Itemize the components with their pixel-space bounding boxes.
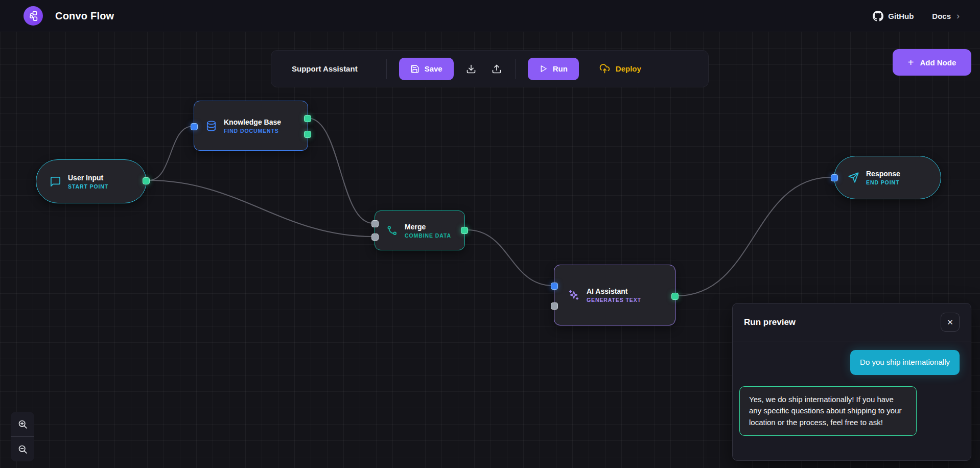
- input-handle-2[interactable]: [371, 233, 379, 241]
- output-handle[interactable]: [671, 293, 679, 300]
- play-icon: [539, 64, 548, 73]
- toolbar-divider: [386, 59, 387, 79]
- node-title: AI Assistant: [587, 287, 641, 295]
- node-title: User Input: [68, 174, 108, 182]
- bot-message-bubble: Yes, we do ship internationally! If you …: [739, 386, 917, 436]
- input-handle[interactable]: [191, 123, 198, 130]
- node-user-input[interactable]: User Input START POINT: [36, 159, 147, 203]
- output-handle-2[interactable]: [304, 131, 311, 138]
- add-node-button[interactable]: + Add Node: [893, 49, 971, 76]
- zoom-in-button[interactable]: [11, 412, 34, 436]
- close-button[interactable]: ✕: [941, 313, 960, 332]
- flow-toolbar: Support Assistant Save: [271, 50, 709, 87]
- node-knowledge-base[interactable]: Knowledge Base FIND DOCUMENTS: [194, 101, 308, 151]
- zoom-out-button[interactable]: [11, 437, 34, 461]
- node-response[interactable]: Response END POINT: [834, 156, 941, 199]
- run-label: Run: [553, 64, 568, 73]
- github-label: GitHub: [888, 12, 914, 20]
- node-subtitle: FIND DOCUMENTS: [224, 128, 281, 134]
- download-button[interactable]: [460, 58, 482, 80]
- deploy-label: Deploy: [616, 64, 641, 73]
- github-icon: [873, 11, 883, 21]
- merge-icon: [386, 225, 398, 237]
- run-preview-panel: Run preview ✕ Do you ship internationall…: [732, 303, 971, 461]
- app-header: Convo Flow GitHub Docs ›: [0, 0, 980, 32]
- output-handle[interactable]: [143, 177, 150, 184]
- add-node-label: Add Node: [920, 58, 956, 67]
- database-icon: [205, 120, 217, 132]
- chevron-right-icon: ›: [956, 11, 960, 21]
- zoom-controls: [11, 412, 34, 461]
- node-subtitle: COMBINE DATA: [405, 232, 451, 239]
- node-title: Response: [866, 170, 900, 178]
- user-message-bubble: Do you ship internationally: [850, 350, 960, 375]
- chat-messages: Do you ship internationally Yes, we do s…: [733, 341, 971, 460]
- input-handle[interactable]: [831, 174, 838, 181]
- save-icon: [410, 64, 419, 74]
- upload-button[interactable]: [485, 58, 508, 80]
- app-title: Convo Flow: [55, 10, 114, 22]
- sparkles-icon: [568, 289, 580, 301]
- input-handle-secondary[interactable]: [551, 302, 558, 310]
- github-link[interactable]: GitHub: [873, 11, 914, 21]
- docs-label: Docs: [932, 12, 951, 20]
- download-icon: [466, 64, 476, 74]
- zoom-in-icon: [17, 419, 28, 430]
- send-icon: [848, 172, 859, 183]
- deploy-button[interactable]: Deploy: [596, 63, 644, 75]
- run-button[interactable]: Run: [528, 58, 579, 80]
- run-preview-header: Run preview ✕: [733, 303, 971, 341]
- toolbar-divider-2: [515, 59, 516, 79]
- node-subtitle: GENERATES TEXT: [587, 297, 641, 303]
- zoom-out-icon: [17, 444, 28, 455]
- workflow-icon: [28, 10, 39, 21]
- cloud-upload-icon: [599, 63, 610, 74]
- node-subtitle: START POINT: [68, 183, 108, 190]
- node-title: Merge: [405, 223, 451, 231]
- app-logo: [24, 6, 43, 26]
- node-ai-assistant[interactable]: AI Assistant GENERATES TEXT: [554, 265, 675, 325]
- docs-link[interactable]: Docs ›: [932, 11, 960, 21]
- input-handle[interactable]: [551, 283, 558, 290]
- input-handle-1[interactable]: [371, 220, 379, 227]
- save-label: Save: [425, 64, 442, 73]
- node-subtitle: END POINT: [866, 179, 900, 185]
- output-handle[interactable]: [461, 227, 468, 234]
- plus-icon: +: [908, 57, 914, 68]
- save-button[interactable]: Save: [399, 58, 454, 80]
- node-title: Knowledge Base: [224, 118, 281, 126]
- flow-name: Support Assistant: [292, 64, 358, 73]
- chat-bubble-icon: [50, 176, 61, 188]
- node-merge[interactable]: Merge COMBINE DATA: [375, 210, 465, 250]
- output-handle-1[interactable]: [304, 115, 311, 122]
- run-preview-title: Run preview: [744, 317, 796, 327]
- close-icon: ✕: [947, 318, 953, 327]
- upload-icon: [492, 64, 502, 74]
